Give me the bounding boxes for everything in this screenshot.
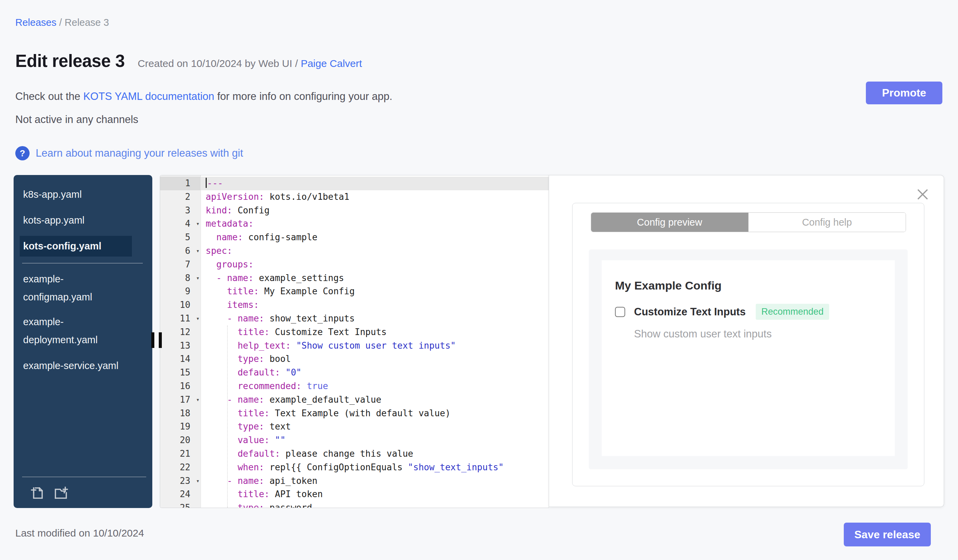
line-number[interactable]: 11▾ <box>160 312 201 326</box>
code-line-4[interactable]: 4▾metadata: <box>160 217 549 231</box>
code-line-2[interactable]: 2apiVersion: kots.io/v1beta1 <box>160 190 549 204</box>
line-number[interactable]: 18 <box>160 407 201 420</box>
code-text[interactable]: name: config-sample <box>201 231 549 244</box>
line-number[interactable]: 6▾ <box>160 244 201 258</box>
code-text[interactable]: type: text <box>201 420 549 433</box>
line-number[interactable]: 21 <box>160 447 201 461</box>
line-number[interactable]: 16 <box>160 380 201 393</box>
line-number[interactable]: 8▾ <box>160 272 201 285</box>
promote-button[interactable]: Promote <box>866 82 942 104</box>
code-text[interactable]: title: Text Example (with default value) <box>201 407 549 420</box>
sidebar-file-kots-config.yaml[interactable]: kots-config.yaml <box>20 236 132 256</box>
code-text[interactable]: spec: <box>201 244 549 258</box>
sidebar-file-example-configmap.yaml[interactable]: example-configmap.yaml <box>14 270 126 306</box>
fold-arrow-icon[interactable]: ▾ <box>196 244 200 258</box>
code-text[interactable]: recommended: true <box>201 380 549 393</box>
code-line-24[interactable]: 24 title: API token <box>160 487 549 501</box>
code-line-15[interactable]: 15 default: "0" <box>160 366 549 380</box>
line-number[interactable]: 25 <box>160 501 201 508</box>
new-file-icon[interactable] <box>30 485 45 500</box>
code-line-19[interactable]: 19 type: text <box>160 420 549 433</box>
line-number[interactable]: 15 <box>160 366 201 380</box>
sidebar-file-example-service.yaml[interactable]: example-service.yaml <box>14 357 126 375</box>
sidebar-file-kots-app.yaml[interactable]: kots-app.yaml <box>14 211 126 229</box>
line-number[interactable]: 5 <box>160 231 201 244</box>
code-text[interactable]: groups: <box>201 258 549 272</box>
code-text[interactable]: - name: show_text_inputs <box>201 312 549 326</box>
code-text[interactable]: value: "" <box>201 433 549 447</box>
save-release-button[interactable]: Save release <box>844 523 931 546</box>
code-text[interactable]: default: "0" <box>201 366 549 380</box>
line-number[interactable]: 10 <box>160 298 201 312</box>
code-text[interactable]: metadata: <box>201 217 549 231</box>
line-number[interactable]: 20 <box>160 433 201 447</box>
code-line-12[interactable]: 12 title: Customize Text Inputs <box>160 326 549 339</box>
kots-yaml-docs-link[interactable]: KOTS YAML documentation <box>83 90 214 102</box>
code-text[interactable]: --- <box>201 177 549 190</box>
fold-arrow-icon[interactable]: ▾ <box>196 272 200 285</box>
code-line-18[interactable]: 18 title: Text Example (with default val… <box>160 407 549 420</box>
customize-text-inputs-checkbox[interactable] <box>615 307 625 317</box>
code-line-22[interactable]: 22 when: repl{{ ConfigOptionEquals "show… <box>160 461 549 475</box>
sidebar-file-example-deployment.yaml[interactable]: example-deployment.yaml <box>14 313 126 349</box>
line-number[interactable]: 3 <box>160 204 201 217</box>
fold-arrow-icon[interactable]: ▾ <box>196 475 200 488</box>
sidebar-file-k8s-app.yaml[interactable]: k8s-app.yaml <box>14 185 126 204</box>
fold-arrow-icon[interactable]: ▾ <box>196 312 200 326</box>
tab-config-help[interactable]: Config help <box>748 213 906 232</box>
code-line-25[interactable]: 25 type: password <box>160 501 549 508</box>
code-text[interactable]: help_text: "Show custom user text inputs… <box>201 339 549 353</box>
line-number[interactable]: 14 <box>160 353 201 366</box>
code-text[interactable]: type: bool <box>201 353 549 366</box>
fold-arrow-icon[interactable]: ▾ <box>196 217 200 231</box>
code-text[interactable]: kind: Config <box>201 204 549 217</box>
code-line-11[interactable]: 11▾ - name: show_text_inputs <box>160 312 549 326</box>
code-text[interactable]: items: <box>201 298 549 312</box>
code-line-6[interactable]: 6▾spec: <box>160 244 549 258</box>
breadcrumb-releases-link[interactable]: Releases <box>15 17 56 28</box>
line-number[interactable]: 4▾ <box>160 217 201 231</box>
code-line-14[interactable]: 14 type: bool <box>160 353 549 366</box>
line-number[interactable]: 2 <box>160 190 201 204</box>
code-text[interactable]: when: repl{{ ConfigOptionEquals "show_te… <box>201 461 549 475</box>
code-line-20[interactable]: 20 value: "" <box>160 433 549 447</box>
code-text[interactable]: apiVersion: kots.io/v1beta1 <box>201 190 549 204</box>
line-number[interactable]: 17▾ <box>160 393 201 407</box>
code-line-7[interactable]: 7 groups: <box>160 258 549 272</box>
line-number[interactable]: 22 <box>160 461 201 475</box>
new-folder-icon[interactable] <box>53 485 68 500</box>
code-line-1[interactable]: 1--- <box>160 177 549 190</box>
code-text[interactable]: title: API token <box>201 487 549 501</box>
code-line-5[interactable]: 5 name: config-sample <box>160 231 549 244</box>
code-line-16[interactable]: 16 recommended: true <box>160 380 549 393</box>
code-text[interactable]: - name: example_settings <box>201 272 549 285</box>
code-line-10[interactable]: 10 items: <box>160 298 549 312</box>
code-line-3[interactable]: 3kind: Config <box>160 204 549 217</box>
fold-arrow-icon[interactable]: ▾ <box>196 393 200 407</box>
git-help-link[interactable]: Learn about managing your releases with … <box>36 147 243 159</box>
close-icon[interactable] <box>916 188 929 201</box>
code-text[interactable]: - name: example_default_value <box>201 393 549 407</box>
line-number[interactable]: 24 <box>160 487 201 501</box>
code-line-8[interactable]: 8▾ - name: example_settings <box>160 272 549 285</box>
line-number[interactable]: 12 <box>160 326 201 339</box>
code-line-13[interactable]: 13 help_text: "Show custom user text inp… <box>160 339 549 353</box>
author-link[interactable]: Paige Calvert <box>301 58 362 69</box>
code-line-17[interactable]: 17▾ - name: example_default_value <box>160 393 549 407</box>
line-number[interactable]: 19 <box>160 420 201 433</box>
line-number[interactable]: 1 <box>160 177 201 190</box>
code-line-9[interactable]: 9 title: My Example Config <box>160 285 549 298</box>
code-line-21[interactable]: 21 default: please change this value <box>160 447 549 461</box>
code-text[interactable]: default: please change this value <box>201 447 549 461</box>
tab-config-preview[interactable]: Config preview <box>591 213 748 232</box>
line-number[interactable]: 13 <box>160 339 201 353</box>
code-text[interactable]: type: password <box>201 501 549 508</box>
line-number[interactable]: 23▾ <box>160 475 201 488</box>
code-text[interactable]: - name: api_token <box>201 475 549 488</box>
line-number[interactable]: 9 <box>160 285 201 298</box>
code-text[interactable]: title: My Example Config <box>201 285 549 298</box>
code-text[interactable]: title: Customize Text Inputs <box>201 326 549 339</box>
code-line-23[interactable]: 23▾ - name: api_token <box>160 475 549 488</box>
line-number[interactable]: 7 <box>160 258 201 272</box>
yaml-code-editor[interactable]: 1---2apiVersion: kots.io/v1beta13kind: C… <box>160 175 549 508</box>
